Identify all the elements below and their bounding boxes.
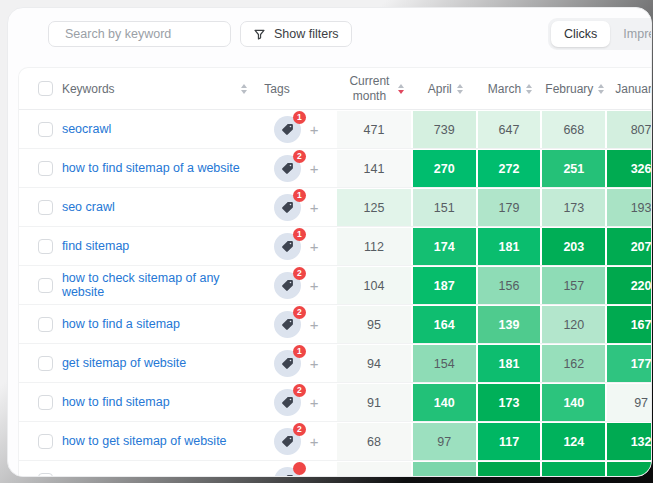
keyword-link[interactable]: get sitemap of website <box>62 356 186 370</box>
keyword-link[interactable]: how to check sitemap of any website <box>62 271 255 299</box>
month-cell-march: 156 <box>478 266 543 304</box>
tag-icon <box>281 396 294 409</box>
add-tag-button[interactable]: + <box>310 200 319 215</box>
month-cell-january: 207 <box>607 227 652 265</box>
row-checkbox[interactable] <box>38 317 53 332</box>
select-all-checkbox[interactable] <box>38 81 53 96</box>
table-row: how to find sitemap of a website 2 + 141… <box>19 149 652 188</box>
toggle-option-impressions[interactable]: Impressions <box>610 21 652 47</box>
tags-button[interactable] <box>274 467 301 478</box>
month-cell-february: 140 <box>542 383 607 421</box>
month-cell-april <box>413 461 478 477</box>
header-checkbox-cell <box>19 81 53 96</box>
month-cell-february: 157 <box>542 266 607 304</box>
month-cell-march: 139 <box>478 305 543 343</box>
tags-button[interactable]: 2 <box>274 428 301 455</box>
tag-icon <box>281 279 294 292</box>
current-month-cell: 141 <box>337 149 413 187</box>
sort-icon-april[interactable] <box>457 84 463 94</box>
add-tag-button[interactable]: + <box>310 317 319 332</box>
header-january[interactable]: January <box>607 82 652 96</box>
app-card: Show filters Clicks Impressions Keywords… <box>7 7 652 477</box>
tags-button[interactable]: 2 <box>274 155 301 182</box>
add-tag-button[interactable]: + <box>310 122 319 137</box>
month-cell-april: 154 <box>413 344 478 382</box>
row-checkbox[interactable] <box>38 122 53 137</box>
tag-icon <box>281 474 294 478</box>
keyword-link[interactable]: how to find sitemap of a website <box>62 161 240 175</box>
toggle-option-clicks[interactable]: Clicks <box>551 21 610 47</box>
add-tag-button[interactable]: + <box>310 473 319 478</box>
current-month-cell: 125 <box>337 188 413 226</box>
current-month-cell <box>337 461 413 477</box>
sort-icon-keywords[interactable] <box>241 84 247 94</box>
add-tag-button[interactable]: + <box>310 239 319 254</box>
sort-icon-march[interactable] <box>526 84 532 94</box>
add-tag-button[interactable]: + <box>310 278 319 293</box>
table-row: how to check sitemap of any website 2 + … <box>19 266 652 305</box>
tag-count-badge: 1 <box>293 228 306 241</box>
add-tag-button[interactable]: + <box>310 434 319 449</box>
month-cell-january: 132 <box>607 422 652 460</box>
row-checkbox[interactable] <box>38 395 53 410</box>
search-input[interactable] <box>65 27 226 41</box>
tags-button[interactable]: 2 <box>274 272 301 299</box>
current-month-cell: 104 <box>337 266 413 304</box>
current-month-cell: 68 <box>337 422 413 460</box>
row-checkbox[interactable] <box>38 239 53 254</box>
header-march[interactable]: March <box>478 82 543 96</box>
keyword-link[interactable]: seocrawl <box>62 122 111 136</box>
add-tag-button[interactable]: + <box>310 161 319 176</box>
add-tag-button[interactable]: + <box>310 395 319 410</box>
header-tags-label: Tags <box>264 82 289 96</box>
tag-count-badge: 2 <box>293 267 306 280</box>
search-box[interactable] <box>48 21 231 47</box>
header-april[interactable]: April <box>413 82 478 96</box>
row-checkbox[interactable] <box>38 356 53 371</box>
filter-funnel-icon <box>253 28 266 41</box>
show-filters-button[interactable]: Show filters <box>240 21 352 47</box>
current-month-cell: 95 <box>337 305 413 343</box>
add-tag-button[interactable]: + <box>310 356 319 371</box>
tags-button[interactable]: 2 <box>274 311 301 338</box>
tag-icon <box>281 435 294 448</box>
tags-button[interactable]: 1 <box>274 350 301 377</box>
header-february[interactable]: February <box>542 82 607 96</box>
month-cell-april: 164 <box>413 305 478 343</box>
month-cell-march: 173 <box>478 383 543 421</box>
month-cell-january <box>607 461 652 477</box>
table-row: + <box>19 461 652 477</box>
row-checkbox[interactable] <box>38 278 53 293</box>
header-keywords[interactable]: Keywords <box>53 82 255 96</box>
current-month-cell: 94 <box>337 344 413 382</box>
tags-button[interactable]: 2 <box>274 389 301 416</box>
row-checkbox[interactable] <box>38 473 53 478</box>
row-checkbox[interactable] <box>38 161 53 176</box>
month-cell-january: 807 <box>607 110 652 148</box>
keyword-link[interactable]: seo crawl <box>62 200 115 214</box>
month-cell-february: 162 <box>542 344 607 382</box>
keyword-link[interactable]: how to find sitemap <box>62 395 170 409</box>
month-cell-february: 173 <box>542 188 607 226</box>
show-filters-label: Show filters <box>274 27 339 41</box>
tags-button[interactable]: 1 <box>274 233 301 260</box>
keyword-link[interactable]: how to get sitemap of website <box>62 434 227 448</box>
sort-icon-february[interactable] <box>598 84 604 94</box>
table-body: seocrawl 1 + 471 739 647 668 807 how to … <box>19 110 652 477</box>
sort-icon-current-month[interactable] <box>398 84 404 94</box>
keyword-link[interactable]: find sitemap <box>62 239 129 253</box>
month-cell-february: 124 <box>542 422 607 460</box>
row-checkbox[interactable] <box>38 434 53 449</box>
month-cell-march <box>478 461 543 477</box>
table-row: find sitemap 1 + 112 174 181 203 207 <box>19 227 652 266</box>
header-current-month[interactable]: Current month <box>337 74 413 104</box>
current-month-cell: 471 <box>337 110 413 148</box>
keyword-link[interactable]: how to find a sitemap <box>62 317 180 331</box>
row-checkbox[interactable] <box>38 200 53 215</box>
tag-icon <box>281 201 294 214</box>
month-cell-february <box>542 461 607 477</box>
tag-icon <box>281 357 294 370</box>
tags-button[interactable]: 1 <box>274 116 301 143</box>
tags-button[interactable]: 1 <box>274 194 301 221</box>
tag-count-badge: 2 <box>293 306 306 319</box>
